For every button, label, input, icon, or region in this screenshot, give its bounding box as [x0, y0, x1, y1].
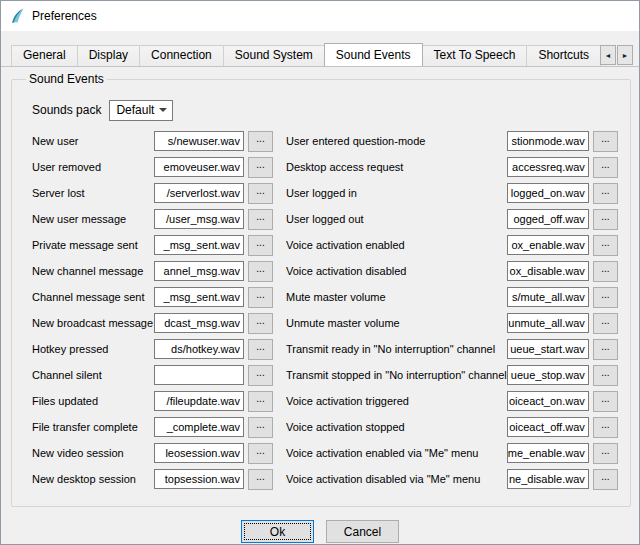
sound-event-label: Desktop access request	[286, 161, 507, 173]
sound-file-input[interactable]: ox_enable.wav	[507, 235, 589, 255]
sound-file-input[interactable]: ds/hotkey.wav	[154, 339, 244, 359]
sound-event-row: New video sessionleosession.wav...	[32, 440, 276, 466]
sound-event-row: Channel message sent_msg_sent.wav...	[32, 284, 276, 310]
sound-event-row: User logged outogged_off.wav...	[286, 206, 618, 232]
browse-button[interactable]: ...	[593, 287, 618, 308]
browse-button[interactable]: ...	[593, 131, 618, 152]
tab-text-to-speech[interactable]: Text To Speech	[422, 45, 528, 66]
sound-file-input[interactable]: oiceact_on.wav	[507, 391, 589, 411]
tab-scroll-right-button[interactable]: ►	[617, 45, 633, 65]
sound-file-input[interactable]: /user_msg.wav	[154, 209, 244, 229]
browse-button[interactable]: ...	[248, 443, 273, 464]
browse-button[interactable]: ...	[593, 183, 618, 204]
sound-event-label: User logged in	[286, 187, 507, 199]
tab-scroll-left-button[interactable]: ◄	[600, 45, 616, 65]
tab-sound-system[interactable]: Sound System	[223, 45, 325, 66]
browse-button[interactable]: ...	[248, 365, 273, 386]
sound-event-label: Unmute master volume	[286, 317, 507, 329]
sound-file-input[interactable]: ueue_stop.wav	[507, 365, 589, 385]
browse-button[interactable]: ...	[248, 313, 273, 334]
sound-file-input[interactable]: logged_on.wav	[507, 183, 589, 203]
sound-file-input[interactable]: unmute_all.wav	[507, 313, 589, 333]
sound-event-label: New user message	[32, 213, 154, 225]
sounds-pack-label: Sounds pack	[32, 103, 101, 117]
browse-button[interactable]: ...	[248, 339, 273, 360]
browse-button[interactable]: ...	[593, 235, 618, 256]
sound-file-input[interactable]: annel_msg.wav	[154, 261, 244, 281]
browse-button[interactable]: ...	[248, 391, 273, 412]
browse-button[interactable]: ...	[593, 365, 618, 386]
sound-file-input[interactable]: ox_disable.wav	[507, 261, 589, 281]
sound-event-label: User logged out	[286, 213, 507, 225]
sound-file-input[interactable]	[154, 365, 244, 385]
sound-event-row: New users/newuser.wav...	[32, 128, 276, 154]
sound-event-label: User entered question-mode	[286, 135, 507, 147]
sound-event-label: New user	[32, 135, 154, 147]
browse-button[interactable]: ...	[248, 235, 273, 256]
sound-file-input[interactable]: _msg_sent.wav	[154, 287, 244, 307]
sound-file-input[interactable]: me_enable.wav	[507, 443, 589, 463]
browse-button[interactable]: ...	[593, 209, 618, 230]
app-icon	[9, 8, 25, 24]
sound-file-input[interactable]: _complete.wav	[154, 417, 244, 437]
titlebar: Preferences	[1, 1, 639, 31]
browse-button[interactable]: ...	[248, 469, 273, 490]
browse-button[interactable]: ...	[248, 183, 273, 204]
sound-file-input[interactable]: emoveuser.wav	[154, 157, 244, 177]
sound-event-row: Server lost/serverlost.wav...	[32, 180, 276, 206]
browse-button[interactable]: ...	[593, 261, 618, 282]
sound-file-input[interactable]: ueue_start.wav	[507, 339, 589, 359]
browse-button[interactable]: ...	[593, 417, 618, 438]
browse-button[interactable]: ...	[248, 131, 273, 152]
browse-button[interactable]: ...	[593, 157, 618, 178]
browse-button[interactable]: ...	[593, 313, 618, 334]
sound-event-label: Mute master volume	[286, 291, 507, 303]
sound-file-input[interactable]: /fileupdate.wav	[154, 391, 244, 411]
ok-button[interactable]: Ok	[241, 520, 314, 543]
browse-button[interactable]: ...	[593, 443, 618, 464]
sound-file-input[interactable]: s/newuser.wav	[154, 131, 244, 151]
sound-file-input[interactable]: ne_disable.wav	[507, 469, 589, 489]
sound-event-row: Private message sent_msg_sent.wav...	[32, 232, 276, 258]
cancel-button[interactable]: Cancel	[326, 520, 399, 543]
sound-file-input[interactable]: ogged_off.wav	[507, 209, 589, 229]
sound-event-label: Private message sent	[32, 239, 154, 251]
sound-event-label: New channel message	[32, 265, 154, 277]
sound-file-input[interactable]: s/mute_all.wav	[507, 287, 589, 307]
sounds-pack-dropdown[interactable]: Default	[109, 100, 173, 121]
sound-file-input[interactable]: topsession.wav	[154, 469, 244, 489]
sound-file-input[interactable]: stionmode.wav	[507, 131, 589, 151]
sound-event-row: Transmit ready in "No interruption" chan…	[286, 336, 618, 362]
sound-file-input[interactable]: oiceact_off.wav	[507, 417, 589, 437]
sound-event-label: New video session	[32, 447, 154, 459]
sound-event-label: User removed	[32, 161, 154, 173]
sound-file-input[interactable]: /serverlost.wav	[154, 183, 244, 203]
browse-button[interactable]: ...	[248, 261, 273, 282]
browse-button[interactable]: ...	[248, 209, 273, 230]
browse-button[interactable]: ...	[248, 287, 273, 308]
dialog-buttons: Ok Cancel	[11, 520, 629, 543]
sound-file-input[interactable]: _msg_sent.wav	[154, 235, 244, 255]
browse-button[interactable]: ...	[593, 391, 618, 412]
sound-file-input[interactable]: accessreq.wav	[507, 157, 589, 177]
browse-button[interactable]: ...	[593, 339, 618, 360]
tab-shortcuts[interactable]: Shortcuts	[526, 45, 601, 66]
sound-event-row: Voice activation enabled via "Me" menume…	[286, 440, 618, 466]
browse-button[interactable]: ...	[248, 417, 273, 438]
sound-file-input[interactable]: leosession.wav	[154, 443, 244, 463]
browse-button[interactable]: ...	[593, 469, 618, 490]
sound-file-input[interactable]: dcast_msg.wav	[154, 313, 244, 333]
sound-event-label: Voice activation enabled via "Me" menu	[286, 447, 507, 459]
sound-event-row: Voice activation triggeredoiceact_on.wav…	[286, 388, 618, 414]
tab-display[interactable]: Display	[77, 45, 140, 66]
tab-strip: GeneralDisplayConnectionSound SystemSoun…	[11, 43, 607, 66]
sound-event-row: Voice activation disabledox_disable.wav.…	[286, 258, 618, 284]
sound-event-row: User entered question-modestionmode.wav.…	[286, 128, 618, 154]
sound-event-row: New broadcast messagedcast_msg.wav...	[32, 310, 276, 336]
tab-general[interactable]: General	[11, 45, 78, 66]
sound-event-row: Voice activation enabledox_enable.wav...	[286, 232, 618, 258]
tab-connection[interactable]: Connection	[139, 45, 224, 66]
sound-event-label: Hotkey pressed	[32, 343, 154, 355]
browse-button[interactable]: ...	[248, 157, 273, 178]
tab-sound-events[interactable]: Sound Events	[324, 43, 423, 66]
